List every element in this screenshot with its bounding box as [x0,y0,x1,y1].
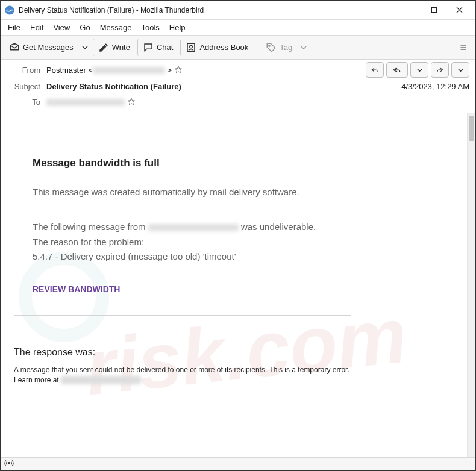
forward-dropdown[interactable] [451,62,469,78]
menu-help[interactable]: Help [164,20,190,35]
notice-line2: The following message from was undeliver… [33,221,333,233]
notice-line4: 5.4.7 - Delivery expired (message too ol… [33,251,333,263]
notice-line3: The reason for the problem: [33,236,333,248]
menu-go[interactable]: Go [75,20,95,35]
header-nav-buttons [366,62,469,78]
review-bandwidth-link[interactable]: REVIEW BANDWIDTH [33,284,120,294]
subject-value: Delivery Status Notification (Failure) [46,82,181,91]
svg-point-5 [8,462,10,464]
star-to-icon[interactable] [127,98,136,106]
get-messages-label: Get Messages [23,43,74,52]
window-title: Delivery Status Notification (Failure) -… [19,6,396,14]
message-body: Message bandwidth is full This message w… [1,113,467,457]
scrollbar-thumb[interactable] [469,116,474,141]
reply-all-dropdown[interactable] [410,62,428,78]
chat-button[interactable]: Chat [137,39,178,56]
titlebar: Delivery Status Notification (Failure) -… [1,1,475,20]
reply-button[interactable] [366,62,384,78]
menu-tools[interactable]: Tools [136,20,164,35]
menu-message[interactable]: Message [95,20,137,35]
response-body: A message that you sent could not be del… [14,365,454,386]
star-from-icon[interactable] [174,66,183,74]
svg-point-4 [269,45,270,46]
minimize-button[interactable] [396,2,421,19]
menu-view[interactable]: View [48,20,75,35]
toolbar: Get Messages Write Chat Address Book Tag [1,36,475,60]
statusbar [1,457,475,470]
address-book-button[interactable]: Address Book [180,39,253,56]
reply-all-button[interactable] [386,62,408,78]
scrollbar-track[interactable] [467,113,475,457]
close-button[interactable] [446,2,472,19]
menu-edit[interactable]: Edit [25,20,48,35]
write-button[interactable]: Write [93,39,135,56]
get-messages-button[interactable]: Get Messages [4,39,78,56]
svg-rect-1 [431,8,436,13]
chat-label: Chat [157,43,173,52]
write-label: Write [112,43,130,52]
tag-button[interactable]: Tag [261,39,297,56]
response-heading: The response was: [14,347,454,358]
message-header: From Postmaster < > Subject Delivery Sta… [1,60,475,113]
svg-point-3 [190,45,193,48]
to-label: To [7,98,40,107]
notice-card: Message bandwidth is full This message w… [14,134,351,316]
tag-dropdown[interactable] [298,39,309,56]
get-messages-dropdown[interactable] [80,39,90,56]
connection-status-icon[interactable] [4,458,14,470]
message-date: 4/3/2023, 12:29 AM [401,82,469,91]
notice-line1: This message was created automatically b… [33,186,333,198]
app-icon [4,5,15,16]
menubar: File Edit View Go Message Tools Help [1,20,475,36]
address-book-label: Address Book [199,43,248,52]
message-body-wrap: risk.com Message bandwidth is full This … [1,113,475,457]
from-value: Postmaster < > [46,66,172,75]
from-label: From [7,66,40,75]
forward-button[interactable] [431,62,449,78]
to-value [46,98,125,107]
menu-file[interactable]: File [3,20,25,35]
maximize-button[interactable] [421,2,446,19]
tag-label: Tag [280,43,292,52]
app-menu-button[interactable] [455,39,472,56]
subject-label: Subject [7,82,40,91]
notice-heading: Message bandwidth is full [33,157,333,169]
